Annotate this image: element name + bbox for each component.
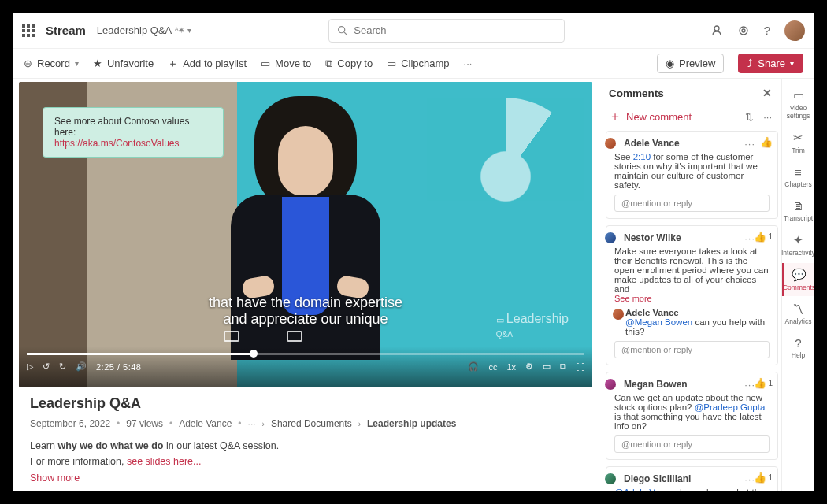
comment-avatar <box>603 472 617 486</box>
comment-avatar <box>603 377 617 391</box>
rewind-10-icon[interactable]: ↺ <box>43 361 50 372</box>
comment-text: See 2:10 for some of the customer storie… <box>614 152 770 190</box>
rail-transcript[interactable]: 🗎Transcript <box>782 195 814 227</box>
new-comment-button[interactable]: New comment <box>626 111 692 123</box>
share-icon: ⤴ <box>747 57 753 69</box>
theater-icon[interactable]: ▭ <box>543 361 551 372</box>
app-launcher-icon[interactable] <box>22 24 35 37</box>
mention-link[interactable]: @Pradeep Gupta <box>695 402 766 412</box>
show-more-link[interactable]: Show more <box>30 472 80 484</box>
callout-text: See more about Contoso values here: <box>54 116 189 138</box>
comments-icon: 💬 <box>792 268 807 282</box>
copy-to-button[interactable]: ⧉ Copy to <box>325 57 373 70</box>
gear-icon[interactable]: ⚙ <box>525 361 533 372</box>
playback-speed[interactable]: 1x <box>506 362 516 372</box>
breadcrumb-item[interactable]: Leadership updates <box>367 418 456 429</box>
comment-text: Make sure everyone takes a look at their… <box>614 246 770 294</box>
rail-comments[interactable]: 💬Comments <box>782 263 814 296</box>
comment-more-icon[interactable]: ··· <box>744 138 755 150</box>
video-scrubber[interactable] <box>27 353 584 355</box>
record-button[interactable]: ⊕ Record ▾ <box>24 57 79 69</box>
help-icon[interactable]: ? <box>764 24 770 37</box>
svg-point-2 <box>714 26 719 31</box>
analytics-icon: 〽 <box>792 302 804 316</box>
settings-icon[interactable] <box>737 24 750 37</box>
see-more-link[interactable]: See more <box>614 294 770 303</box>
play-icon[interactable]: ▷ <box>27 361 33 372</box>
like-button[interactable]: 👍1 <box>754 377 773 389</box>
reply-author: Adele Vance <box>625 308 770 317</box>
interactivity-icon: ✦ <box>793 233 803 247</box>
plus-icon: ＋ <box>609 110 621 123</box>
breadcrumb-item[interactable]: Shared Documents <box>271 418 352 429</box>
help-icon: ? <box>795 336 801 350</box>
like-button[interactable]: 👍 <box>760 136 773 148</box>
comment-text: @Adele Vance do you know what the plan i… <box>614 487 770 491</box>
copy-icon: ⧉ <box>325 57 332 70</box>
user-avatar[interactable] <box>784 20 805 41</box>
video-settings-icon: ▭ <box>793 88 804 102</box>
eye-icon: ◉ <box>666 57 674 69</box>
more-actions-button[interactable]: ··· <box>464 57 473 69</box>
interactive-callout[interactable]: See more about Contoso values here: http… <box>43 107 224 158</box>
mention-link[interactable]: @Adele Vance <box>614 487 674 491</box>
document-name-text: Leadership Q&A <box>97 24 172 36</box>
comment-avatar <box>603 231 617 245</box>
fullscreen-icon[interactable]: ⛶ <box>576 362 584 372</box>
svg-point-0 <box>339 27 345 33</box>
star-icon: ★ <box>93 57 102 69</box>
rail-help[interactable]: ?Help <box>782 332 814 364</box>
rail-video-settings[interactable]: ▭Video settings <box>782 83 814 124</box>
chevron-down-icon: ▾ <box>790 59 794 68</box>
reply-input[interactable]: @mention or reply <box>614 435 770 453</box>
preview-button[interactable]: ◉ Preview <box>657 54 724 73</box>
timestamp-link[interactable]: 2:10 <box>633 152 651 161</box>
comments-panel: Comments ✕ ＋ New comment ⇅ ··· ··· 👍 Ade… <box>599 79 781 491</box>
move-to-button[interactable]: ▭ Move to <box>261 57 311 69</box>
mention-link[interactable]: @Megan Bowen <box>625 317 692 327</box>
transcript-icon: 🗎 <box>792 199 804 213</box>
svg-line-1 <box>344 32 347 35</box>
activity-icon[interactable] <box>710 24 723 37</box>
svg-point-4 <box>742 29 745 32</box>
slides-link[interactable]: see slides here... <box>127 456 202 467</box>
add-to-playlist-button[interactable]: ＋ Add to playlist <box>168 57 247 71</box>
app-brand: Stream <box>46 24 86 37</box>
search-input[interactable]: Search <box>328 19 565 43</box>
headphones-icon[interactable]: 🎧 <box>468 361 479 372</box>
pip-icon[interactable]: ⧉ <box>560 361 566 372</box>
comment-item: ··· 👍 Adele Vance See 2:10 for some of t… <box>606 131 778 219</box>
rail-trim[interactable]: ✂Trim <box>782 126 814 159</box>
close-icon[interactable]: ✕ <box>762 87 772 99</box>
like-button[interactable]: 👍1 <box>754 231 773 243</box>
comment-avatar <box>603 136 617 150</box>
closed-caption: that have the domain expertise and appre… <box>209 295 402 328</box>
rail-interactivity[interactable]: ✦Interactivity <box>782 228 814 261</box>
video-time: 2:25 / 5:48 <box>96 362 142 372</box>
unfavorite-button[interactable]: ★ Unfavorite <box>93 57 154 69</box>
captions-icon[interactable]: cc <box>488 362 497 372</box>
rail-chapters[interactable]: ≡Chapters <box>782 161 814 193</box>
like-button[interactable]: 👍1 <box>754 472 773 484</box>
reply-input[interactable]: @mention or reply <box>614 195 770 212</box>
video-meta-row: September 6, 2022• 97 views• Adele Vance… <box>30 418 581 429</box>
comment-more-icon[interactable]: ··· <box>763 111 772 123</box>
forward-10-icon[interactable]: ↻ <box>59 361 66 372</box>
share-button[interactable]: ⤴ Share ▾ <box>738 54 803 73</box>
video-description-2: For more information, see slides here... <box>30 456 581 467</box>
volume-icon[interactable]: 🔊 <box>76 361 87 372</box>
right-rail: ▭Video settings ✂Trim ≡Chapters 🗎Transcr… <box>781 79 814 491</box>
chapters-icon: ≡ <box>795 165 802 179</box>
document-name[interactable]: Leadership Q&A ᴬ✷ ▾ <box>97 24 191 36</box>
record-icon: ⊕ <box>24 57 32 69</box>
meta-more-icon[interactable]: ··· <box>248 418 256 429</box>
clipchamp-button[interactable]: ▭ Clipchamp <box>387 57 449 69</box>
reply-input[interactable]: @mention or reply <box>614 341 770 358</box>
video-controls: ▷ ↺ ↻ 🔊 2:25 / 5:48 🎧 cc 1x ⚙ ▭ ⧉ ⛶ <box>19 346 592 387</box>
video-player[interactable]: See more about Contoso values here: http… <box>19 82 592 387</box>
callout-link[interactable]: https://aka.ms/ContosoValues <box>54 138 180 149</box>
sort-icon[interactable]: ⇅ <box>745 111 754 123</box>
video-watermark: ▭ Leadership Q&A <box>496 312 569 340</box>
rail-analytics[interactable]: 〽Analytics <box>782 298 814 330</box>
comment-reply: Adele Vance @Megan Bowen can you help wi… <box>614 308 770 336</box>
